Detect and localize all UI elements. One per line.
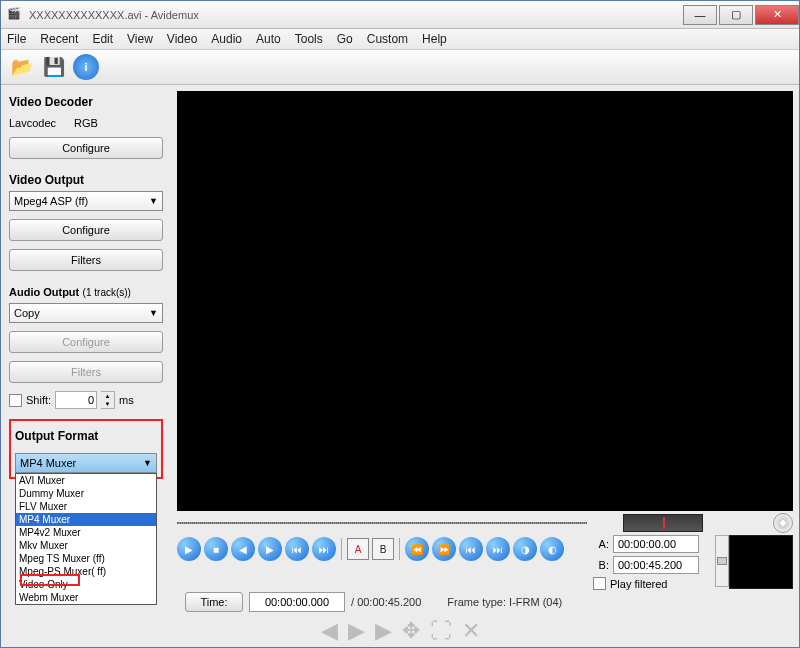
format-option-dummy[interactable]: Dummy Muxer [16,487,156,500]
chevron-down-icon: ▼ [149,196,158,206]
menu-auto[interactable]: Auto [256,32,281,46]
menu-tools[interactable]: Tools [295,32,323,46]
menu-custom[interactable]: Custom [367,32,408,46]
app-window: 🎬 XXXXXXXXXXXXX.avi - Avidemux — ▢ ✕ Fil… [0,0,800,648]
format-option-mp4v2[interactable]: MP4v2 Muxer [16,526,156,539]
move-icon: ✥ [402,618,420,644]
duration-label: / 00:00:45.200 [351,596,421,608]
b-time-field[interactable]: 00:00:45.200 [613,556,699,574]
info-icon[interactable]: i [73,54,99,80]
time-button[interactable]: Time: [185,592,243,612]
shift-label: Shift: [26,394,51,406]
audio-output-title: Audio Output (1 track(s)) [9,285,163,299]
format-option-flv[interactable]: FLV Muxer [16,500,156,513]
video-preview[interactable] [177,91,793,511]
menu-file[interactable]: File [7,32,26,46]
next-frame-button[interactable]: ▶ [258,537,282,561]
separator [399,538,400,560]
format-option-mkv[interactable]: Mkv Muxer [16,539,156,552]
prev-frame-button[interactable]: ◀ [231,537,255,561]
menu-audio[interactable]: Audio [211,32,242,46]
video-output-dropdown[interactable]: Mpeg4 ASP (ff)▼ [9,191,163,211]
sidebar: Video Decoder Lavcodec RGB Configure Vid… [1,85,171,647]
format-option-webm[interactable]: Webm Muxer [16,591,156,604]
a-time-field[interactable]: 00:00:00.00 [613,535,699,553]
audio-output-dropdown[interactable]: Copy▼ [9,303,163,323]
audio-scope [729,535,793,589]
goto-b-button[interactable]: ⏩ [432,537,456,561]
shift-input[interactable]: 0 [55,391,97,409]
next-black-button[interactable]: ◐ [540,537,564,561]
disc-icon[interactable] [773,513,793,533]
format-option-mpegps[interactable]: Mpeg-PS Muxer( ff) [16,565,156,578]
a-label: A: [593,538,609,550]
shift-checkbox[interactable] [9,394,22,407]
jog-indicator[interactable] [623,514,703,532]
set-a-button[interactable]: A [347,538,369,560]
output-format-list: AVI Muxer Dummy Muxer FLV Muxer MP4 Muxe… [15,473,157,605]
chevron-down-icon: ▼ [149,308,158,318]
expand-icon: ⛶ [430,618,452,644]
format-option-mpegts[interactable]: Mpeg TS Muxer (ff) [16,552,156,565]
window-title: XXXXXXXXXXXXX.avi - Avidemux [29,8,681,22]
format-option-videoonly[interactable]: Video Only [16,578,156,591]
next-keyframe-button[interactable]: ⏭ [312,537,336,561]
output-format-title: Output Format [15,429,157,443]
goto-a-button[interactable]: ⏪ [405,537,429,561]
time-field[interactable]: 00:00:00.000 [249,592,345,612]
video-output-title: Video Output [9,173,163,187]
output-format-dropdown[interactable]: MP4 Muxer▼ AVI Muxer Dummy Muxer FLV Mux… [15,453,157,473]
menu-view[interactable]: View [127,32,153,46]
toolbar: 📂 💾 i [1,50,799,85]
overlay-nav: ◀ ▶ ▶ ✥ ⛶ ✕ [321,618,480,644]
separator [341,538,342,560]
volume-slider[interactable] [715,535,729,587]
menu-go[interactable]: Go [337,32,353,46]
play-button[interactable]: ▶ [177,537,201,561]
frame-type-label: Frame type: I-FRM (04) [447,596,562,608]
arrow-left-icon: ◀ [321,618,338,644]
open-icon[interactable]: 📂 [9,54,35,80]
output-format-section: Output Format MP4 Muxer▼ AVI Muxer Dummy… [9,419,163,479]
menubar: File Recent Edit View Video Audio Auto T… [1,29,799,50]
stop-button[interactable]: ■ [204,537,228,561]
format-option-avi[interactable]: AVI Muxer [16,474,156,487]
menu-recent[interactable]: Recent [40,32,78,46]
video-filters-button[interactable]: Filters [9,249,163,271]
first-frame-button[interactable]: ⏮ [459,537,483,561]
menu-video[interactable]: Video [167,32,197,46]
audio-configure-button[interactable]: Configure [9,331,163,353]
prev-keyframe-button[interactable]: ⏮ [285,537,309,561]
menu-edit[interactable]: Edit [92,32,113,46]
shift-unit: ms [119,394,134,406]
decoder-configure-button[interactable]: Configure [9,137,163,159]
main-area: ▶ ■ ◀ ▶ ⏮ ⏭ A B ⏪ ⏩ ⏮ ⏭ ◑ [171,85,799,647]
minimize-button[interactable]: — [683,5,717,25]
video-decoder-title: Video Decoder [9,95,163,109]
maximize-button[interactable]: ▢ [719,5,753,25]
play-filtered-checkbox[interactable] [593,577,606,590]
play-icon: ▶ [348,618,365,644]
save-icon[interactable]: 💾 [41,54,67,80]
b-label: B: [593,559,609,571]
decoder-color-label: RGB [74,117,98,129]
audio-filters-button[interactable]: Filters [9,361,163,383]
menu-help[interactable]: Help [422,32,447,46]
seek-slider[interactable] [177,517,587,529]
close-overlay-icon: ✕ [462,618,480,644]
format-option-mp4[interactable]: MP4 Muxer [16,513,156,526]
play-filtered-label: Play filtered [610,578,667,590]
titlebar[interactable]: 🎬 XXXXXXXXXXXXX.avi - Avidemux — ▢ ✕ [1,1,799,29]
close-button[interactable]: ✕ [755,5,799,25]
chevron-down-icon: ▼ [143,458,152,468]
last-frame-button[interactable]: ⏭ [486,537,510,561]
shift-spinner[interactable]: ▲▼ [101,391,115,409]
arrow-right-icon: ▶ [375,618,392,644]
set-b-button[interactable]: B [372,538,394,560]
decoder-codec-label: Lavcodec [9,117,56,129]
prev-black-button[interactable]: ◑ [513,537,537,561]
video-output-configure-button[interactable]: Configure [9,219,163,241]
app-icon: 🎬 [7,7,23,23]
